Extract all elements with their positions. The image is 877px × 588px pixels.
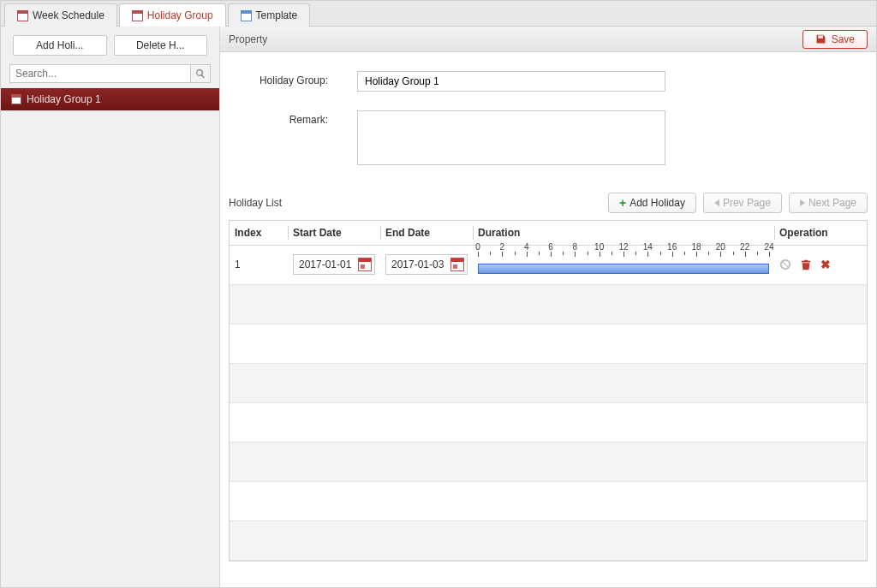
tab-label: Holiday Group <box>147 9 213 21</box>
save-icon <box>815 33 826 45</box>
tick-label: 10 <box>594 242 604 252</box>
trash-icon[interactable] <box>800 258 812 270</box>
cell-start-date: 2017-01-01 <box>288 245 380 284</box>
duration-timeline[interactable]: 024681012141618202224 <box>478 252 769 277</box>
table-row <box>230 363 867 402</box>
calendar-icon <box>132 10 143 21</box>
end-date-picker[interactable]: 2017-01-03 <box>385 254 468 275</box>
empty-cell <box>230 481 288 520</box>
remark-label: Remark: <box>220 110 357 126</box>
cell-end-date: 2017-01-03 <box>380 245 473 284</box>
property-title: Property <box>229 33 267 45</box>
plus-icon: + <box>619 197 626 209</box>
empty-cell <box>288 481 380 520</box>
sidebar: Add Holi... Delete H... Holiday Group 1 <box>1 27 220 587</box>
cell-duration: 024681012141618202224 <box>473 245 774 284</box>
table-row: 12017-01-012017-01-030246810121416182022… <box>230 245 867 284</box>
table-row <box>230 520 867 560</box>
empty-cell <box>774 363 867 402</box>
next-page-label: Next Page <box>808 197 856 209</box>
empty-cell <box>380 481 473 520</box>
tab-template[interactable]: Template <box>228 3 311 27</box>
prev-page-label: Prev Page <box>723 197 771 209</box>
table-row <box>230 324 867 363</box>
empty-cell <box>380 324 473 363</box>
cell-index: 1 <box>230 245 288 284</box>
template-icon <box>241 10 252 21</box>
empty-cell <box>230 442 288 481</box>
empty-cell <box>774 442 867 481</box>
tab-holiday-group[interactable]: Holiday Group <box>119 3 226 27</box>
sidebar-item-holiday-group-1[interactable]: Holiday Group 1 <box>1 88 219 110</box>
chevron-left-icon <box>714 199 719 206</box>
empty-cell <box>473 284 774 324</box>
tab-week-schedule[interactable]: Week Schedule <box>4 3 117 27</box>
empty-cell <box>230 363 288 402</box>
search-button[interactable] <box>190 64 211 83</box>
duration-bar[interactable] <box>478 264 769 274</box>
empty-cell <box>230 284 288 324</box>
empty-cell <box>380 402 473 442</box>
next-page-button[interactable]: Next Page <box>789 193 868 213</box>
save-button[interactable]: Save <box>802 30 868 49</box>
table-row <box>230 481 867 520</box>
empty-cell <box>230 520 288 560</box>
empty-cell <box>473 324 774 363</box>
calendar-icon <box>358 258 372 271</box>
tick-label: 20 <box>716 242 725 252</box>
empty-cell <box>774 481 867 520</box>
empty-cell <box>288 363 380 402</box>
tick-label: 16 <box>667 242 677 252</box>
empty-cell <box>774 402 867 442</box>
close-icon[interactable]: ✖ <box>820 258 832 270</box>
tick-label: 12 <box>618 242 628 252</box>
col-start: Start Date <box>288 221 380 245</box>
remark-textarea[interactable] <box>357 110 665 165</box>
calendar-icon <box>11 94 21 104</box>
tick-label: 4 <box>524 242 529 252</box>
empty-cell <box>774 520 867 560</box>
col-operation: Operation <box>774 221 867 245</box>
table-row <box>230 442 867 481</box>
empty-cell <box>380 520 473 560</box>
empty-cell <box>288 324 380 363</box>
content-pane: Property Save Holiday Group: Remark: Hol… <box>220 27 876 587</box>
tab-label: Template <box>256 9 298 21</box>
table-row <box>230 402 867 442</box>
empty-cell <box>288 284 380 324</box>
tabs-bar: Week Schedule Holiday Group Template <box>1 1 876 27</box>
empty-cell <box>380 363 473 402</box>
holiday-list-title: Holiday List <box>229 197 282 209</box>
calendar-icon <box>450 258 464 271</box>
add-holiday-button[interactable]: + Add Holiday <box>608 193 696 213</box>
disable-icon[interactable] <box>779 258 791 270</box>
col-duration: Duration <box>473 221 774 245</box>
start-date-picker[interactable]: 2017-01-01 <box>293 254 375 275</box>
date-value: 2017-01-01 <box>294 258 358 270</box>
tick-label: 0 <box>475 242 480 252</box>
tick-label: 24 <box>764 242 773 252</box>
add-holiday-label: Add Holiday <box>629 197 685 209</box>
holiday-group-input[interactable] <box>357 71 665 92</box>
search-icon <box>195 68 206 79</box>
holiday-table: Index Start Date End Date Duration Opera… <box>230 221 867 561</box>
chevron-right-icon <box>800 199 805 206</box>
tick-label: 8 <box>573 242 578 252</box>
tick-label: 2 <box>500 242 505 252</box>
empty-cell <box>230 324 288 363</box>
calendar-icon <box>17 10 28 21</box>
empty-cell <box>230 402 288 442</box>
empty-cell <box>774 324 867 363</box>
empty-cell <box>288 520 380 560</box>
empty-cell <box>473 442 774 481</box>
add-holiday-group-button[interactable]: Add Holi... <box>13 35 107 56</box>
empty-cell <box>473 402 774 442</box>
search-input[interactable] <box>9 64 190 83</box>
property-header: Property Save <box>220 27 876 52</box>
empty-cell <box>473 363 774 402</box>
prev-page-button[interactable]: Prev Page <box>703 193 782 213</box>
tick-label: 22 <box>740 242 749 252</box>
empty-cell <box>380 442 473 481</box>
tick-label: 6 <box>548 242 553 252</box>
delete-holiday-group-button[interactable]: Delete H... <box>114 35 208 56</box>
